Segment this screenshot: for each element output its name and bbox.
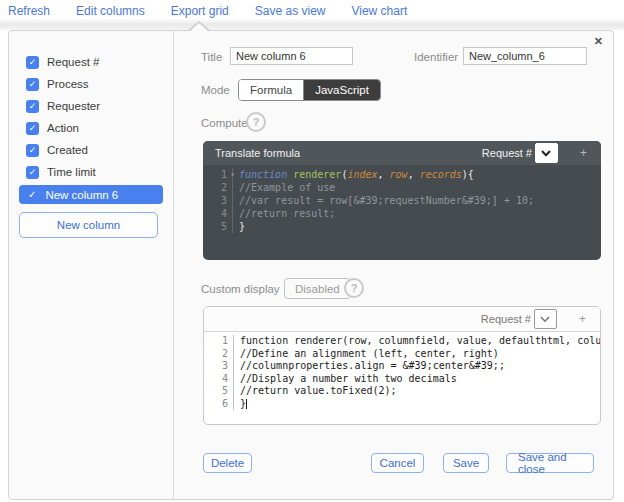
compute-editor-body[interactable]: 1▾function renderer(index, row, records)…	[203, 165, 601, 233]
line-number: 5	[204, 385, 234, 398]
column-item-label: Created	[47, 144, 88, 156]
column-item-label: New column 6	[45, 189, 118, 201]
checkbox-checked-icon[interactable]: ✓	[26, 56, 39, 69]
code-line: 3//var result = row[&#39;requestNumber&#…	[203, 194, 601, 207]
field-select-dropdown[interactable]	[535, 143, 558, 163]
mode-option-javascript[interactable]: JavaScript	[304, 80, 380, 100]
compute-editor-header: Translate formula Request # +	[203, 141, 601, 165]
custom-display-editor-header: Request # +	[204, 307, 600, 332]
background-strip	[0, 18, 624, 30]
line-number: 3	[204, 360, 234, 373]
columns-sidebar: ✓Request #✓Process✓Requester✓Action✓Crea…	[9, 31, 174, 499]
save-button[interactable]: Save	[443, 453, 489, 473]
compute-label: Compute	[201, 117, 248, 129]
chevron-down-icon	[541, 150, 551, 157]
line-number: 6	[204, 398, 234, 411]
cancel-button[interactable]: Cancel	[371, 453, 424, 473]
fold-arrow-icon[interactable]: ▾	[230, 168, 235, 181]
line-number: 2	[203, 181, 233, 194]
code-text: //return result;	[233, 207, 335, 220]
chevron-down-icon	[540, 316, 550, 323]
mode-toggle: Formula JavaScript	[238, 79, 381, 101]
code-line: 3//columnproperties.align = &#39;center&…	[204, 360, 600, 373]
code-line: 6}	[204, 398, 600, 411]
code-line: 2//Example of use	[203, 181, 601, 194]
custom-display-code-editor: Request # + 1function renderer(row, colu…	[203, 306, 601, 425]
close-icon[interactable]: ✕	[594, 35, 603, 48]
column-item-new-column-6[interactable]: ✓New column 6	[19, 185, 163, 204]
identifier-input[interactable]	[463, 47, 587, 65]
edit-columns-popup: ✕ ✓Request #✓Process✓Requester✓Action✓Cr…	[8, 30, 614, 500]
code-text: function renderer(row, columnfield, valu…	[234, 335, 600, 348]
grid-toolbar: Refresh Edit columns Export grid Save as…	[0, 0, 624, 20]
column-item-label: Request #	[47, 56, 99, 68]
column-item-requester[interactable]: ✓Requester	[9, 95, 173, 117]
edit-columns-dialog-screen: Refresh Edit columns Export grid Save as…	[0, 0, 624, 502]
insert-field-button[interactable]: +	[580, 146, 587, 160]
delete-button[interactable]: Delete	[203, 453, 252, 473]
line-number: 5	[203, 220, 233, 233]
code-line: 4//Display a number with two decimals	[204, 373, 600, 386]
code-line: 5//return value.toFixed(2);	[204, 385, 600, 398]
line-number: 3	[203, 194, 233, 207]
field-select-label: Request #	[481, 313, 531, 325]
field-select-dropdown[interactable]	[534, 309, 557, 329]
new-column-button[interactable]: New column	[19, 212, 158, 238]
line-number: 4	[204, 373, 234, 386]
column-list: ✓Request #✓Process✓Requester✓Action✓Crea…	[9, 51, 173, 205]
compute-code-editor: Translate formula Request # + 1▾function…	[203, 141, 601, 260]
title-input[interactable]	[230, 47, 353, 65]
custom-display-label: Custom display	[201, 283, 280, 295]
column-item-label: Process	[47, 78, 89, 90]
code-line: 5}	[203, 220, 601, 233]
column-item-created[interactable]: ✓Created	[9, 139, 173, 161]
column-item-process[interactable]: ✓Process	[9, 73, 173, 95]
custom-display-disabled-button[interactable]: Disabled	[284, 278, 351, 299]
save-and-close-button[interactable]: Save and close	[506, 453, 594, 473]
text-cursor	[246, 399, 247, 409]
title-label: Title	[201, 51, 222, 63]
column-item-label: Action	[47, 122, 79, 134]
code-text: }	[234, 398, 247, 411]
compute-editor-title: Translate formula	[215, 147, 300, 159]
column-item-label: Requester	[47, 100, 100, 112]
checkbox-checked-icon[interactable]: ✓	[28, 189, 36, 200]
column-item-time-limit[interactable]: ✓Time limit	[9, 161, 173, 183]
compute-help-icon[interactable]: ?	[246, 112, 266, 132]
code-text: //Example of use	[233, 181, 335, 194]
checkbox-checked-icon[interactable]: ✓	[26, 144, 39, 157]
column-item-request-[interactable]: ✓Request #	[9, 51, 173, 73]
code-text: //Define an alignment (left, center, rig…	[234, 348, 499, 361]
checkbox-checked-icon[interactable]: ✓	[26, 78, 39, 91]
column-item-action[interactable]: ✓Action	[9, 117, 173, 139]
custom-display-editor-body[interactable]: 1function renderer(row, columnfield, val…	[204, 332, 600, 410]
line-number: 1	[204, 335, 234, 348]
code-text: }	[233, 220, 245, 233]
code-text: //columnproperties.align = &#39;center&#…	[234, 360, 505, 373]
line-number: 4	[203, 207, 233, 220]
mode-label: Mode	[201, 84, 230, 96]
checkbox-checked-icon[interactable]: ✓	[26, 166, 39, 179]
code-text: function renderer(index, row, records){	[233, 168, 474, 181]
custom-display-help-icon[interactable]: ?	[344, 278, 364, 298]
code-line: 1function renderer(row, columnfield, val…	[204, 335, 600, 348]
column-item-label: Time limit	[47, 166, 96, 178]
code-text: //return value.toFixed(2);	[234, 385, 397, 398]
checkbox-checked-icon[interactable]: ✓	[26, 122, 39, 135]
identifier-label: Identifier	[414, 51, 458, 63]
code-line: 1▾function renderer(index, row, records)…	[203, 168, 601, 181]
popup-notch-fill	[189, 23, 209, 32]
code-line: 2//Define an alignment (left, center, ri…	[204, 348, 600, 361]
code-text: //Display a number with two decimals	[234, 373, 457, 386]
field-select-label: Request #	[482, 147, 532, 159]
insert-field-button[interactable]: +	[579, 312, 586, 326]
code-line: 4//return result;	[203, 207, 601, 220]
line-number: 1▾	[203, 168, 233, 181]
line-number: 2	[204, 348, 234, 361]
mode-option-formula[interactable]: Formula	[239, 80, 304, 100]
code-text: //var result = row[&#39;requestNumber&#3…	[233, 194, 534, 207]
checkbox-checked-icon[interactable]: ✓	[26, 100, 39, 113]
